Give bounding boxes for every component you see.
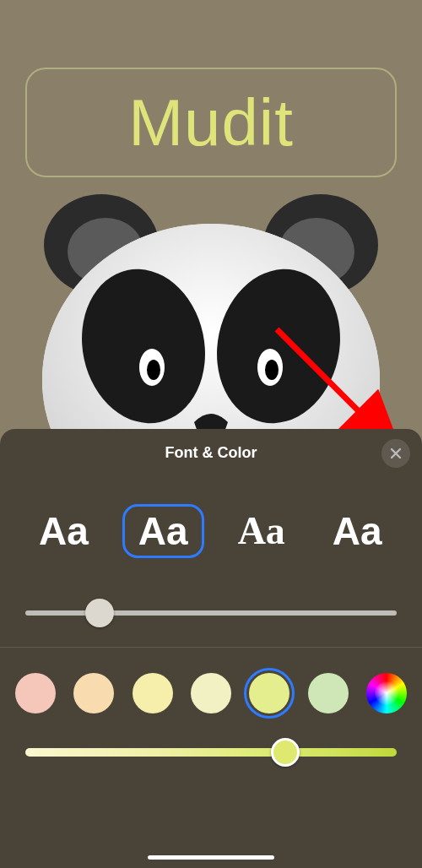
svg-point-9 [147,360,160,380]
font-options-row: Aa Aa Aa Aa [0,469,422,567]
color-swatch-5[interactable] [308,673,349,713]
slider-thumb[interactable] [271,738,300,767]
svg-point-11 [265,360,279,380]
slider-thumb[interactable] [85,599,114,627]
font-option-3[interactable]: Aa [319,503,396,559]
color-swatch-2[interactable] [133,673,173,713]
home-indicator[interactable] [148,855,274,860]
close-button[interactable] [381,439,410,468]
color-hue-slider[interactable] [25,741,397,764]
font-option-2[interactable]: Aa [225,503,299,559]
font-color-sheet: Font & Color Aa Aa Aa Aa [0,429,422,868]
contact-poster-editor: Mudit [0,0,422,868]
font-weight-slider[interactable] [25,601,397,625]
sheet-title: Font & Color [165,444,257,461]
color-swatch-row [0,648,422,722]
color-swatch-0[interactable] [15,673,56,713]
slider-track [25,748,397,757]
sheet-header: Font & Color [0,444,422,469]
color-swatch-1[interactable] [73,673,114,713]
color-swatch-4[interactable] [249,673,289,713]
contact-name-text: Mudit [128,84,294,161]
contact-name-field[interactable]: Mudit [25,68,397,177]
font-option-0[interactable]: Aa [25,503,102,559]
slider-track [25,610,397,616]
close-icon [390,448,402,459]
color-swatch-3[interactable] [191,673,231,713]
font-option-1[interactable]: Aa [122,504,204,558]
color-wheel-icon[interactable] [366,673,407,713]
